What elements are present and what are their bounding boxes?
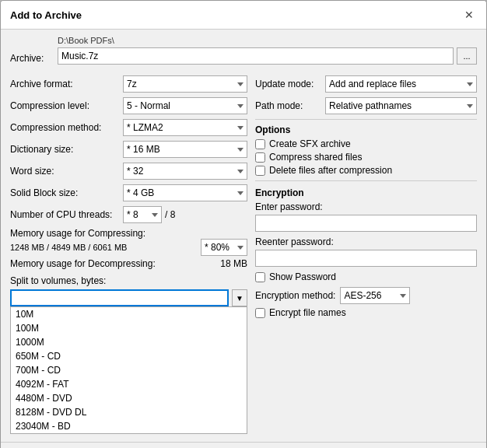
compress-shared-row: Compress shared files [255,152,477,163]
compression-level-row: Compression level: 5 - Normal [10,97,247,114]
memory-compress-values: 1248 MB / 4849 MB / 6061 MB [10,243,127,252]
cpu-threads-select[interactable]: * 8 [123,206,162,223]
memory-compress-label: Memory usage for Compressing: [10,228,247,239]
archive-format-row: Archive format: 7z [10,75,247,93]
dictionary-size-label: Dictionary size: [10,144,123,155]
solid-block-row: Solid Block size: * 4 GB [10,184,247,201]
split-dropdown-button[interactable]: ▼ [232,289,247,306]
split-dropdown-list: 10M 100M 1000M 650M - CD 700M - CD 4092M… [10,306,247,434]
split-label: Split to volumes, bytes: [10,275,247,286]
show-password-row: Show Password [255,271,477,282]
right-panel: Update mode: Add and replace files Path … [255,75,477,434]
memory-compress-section: Memory usage for Compressing: 1248 MB / … [10,228,247,256]
memory-decompress-label: Memory usage for Decompressing: [10,258,156,269]
cpu-threads-suffix: / 8 [165,209,175,220]
update-mode-row: Update mode: Add and replace files [255,75,477,93]
compression-method-select[interactable]: * LZMA2 [123,119,247,136]
encryption-title: Encryption [255,187,477,198]
encryption-method-row: Encryption method: AES-256 [255,287,477,304]
dropdown-item-10m[interactable]: 10M [11,307,247,321]
dropdown-item-23040m-bd[interactable]: 23040M - BD [11,419,247,433]
archive-path: D:\Book PDFs\ [58,36,477,45]
compression-level-select[interactable]: 5 - Normal [123,97,247,114]
path-mode-row: Path mode: Relative pathnames [255,97,477,114]
enter-password-label: Enter password: [255,201,477,212]
dropdown-item-4092m-fat[interactable]: 4092M - FAT [11,377,247,391]
options-title: Options [255,124,477,135]
encryption-section: Encryption Enter password: Reenter passw… [255,187,477,318]
encryption-method-select[interactable]: AES-256 [340,287,410,304]
split-input[interactable] [10,289,229,306]
solid-block-label: Solid Block size: [10,187,123,198]
archive-label: Archive: [10,36,53,64]
title-bar: Add to Archive ✕ [1,1,486,30]
word-size-label: Word size: [10,166,123,177]
delete-after-row: Delete files after compression [255,165,477,176]
dictionary-size-row: Dictionary size: * 16 MB [10,141,247,158]
dropdown-item-700m-cd[interactable]: 700M - CD [11,363,247,377]
reenter-password-input[interactable] [255,250,477,267]
compression-method-label: Compression method: [10,122,123,133]
dropdown-item-100m[interactable]: 100M [11,321,247,335]
archive-format-label: Archive format: [10,79,123,89]
archive-filename-input[interactable] [58,47,454,65]
reenter-password-label: Reenter password: [255,236,477,247]
cpu-threads-row: Number of CPU threads: * 8 / 8 [10,206,247,223]
encrypt-filenames-checkbox[interactable] [255,308,265,318]
update-mode-select[interactable]: Add and replace files [325,75,477,93]
show-password-label: Show Password [269,271,336,282]
create-sfx-label: Create SFX archive [269,138,351,149]
cpu-threads-label: Number of CPU threads: [10,209,123,220]
dropdown-item-4480m-dvd[interactable]: 4480M - DVD [11,391,247,405]
browse-button[interactable]: ... [457,47,477,65]
compress-shared-checkbox[interactable] [255,152,265,163]
show-password-checkbox[interactable] [255,272,265,282]
add-to-archive-dialog: Add to Archive ✕ Archive: D:\Book PDFs\ … [0,0,487,448]
word-size-row: Word size: * 32 [10,163,247,180]
archive-format-select[interactable]: 7z [123,75,247,93]
split-section: Split to volumes, bytes: ▼ 10M 100M 1000… [10,275,247,434]
dropdown-item-1000m[interactable]: 1000M [11,335,247,349]
left-panel: Archive format: 7z Compression level: 5 … [10,75,247,434]
path-mode-select[interactable]: Relative pathnames [325,97,477,114]
split-input-row: ▼ [10,289,247,306]
compression-method-row: Compression method: * LZMA2 [10,119,247,136]
memory-decompress-section: Memory usage for Decompressing: 18 MB [10,258,247,269]
dropdown-item-8128m-dvddl[interactable]: 8128M - DVD DL [11,405,247,419]
compress-shared-label: Compress shared files [269,152,362,163]
main-content: Archive format: 7z Compression level: 5 … [1,68,486,442]
encrypt-filenames-label: Encrypt file names [269,307,346,318]
options-section: Options Create SFX archive Compress shar… [255,124,477,176]
delete-after-checkbox[interactable] [255,166,265,176]
delete-after-label: Delete files after compression [269,165,392,176]
encryption-method-label: Encryption method: [255,290,335,301]
path-mode-label: Path mode: [255,100,325,111]
dictionary-size-select[interactable]: * 16 MB [123,141,247,158]
update-mode-label: Update mode: [255,79,325,89]
memory-compress-pct-select[interactable]: * 80% [201,239,247,256]
dropdown-item-650m-cd[interactable]: 650M - CD [11,349,247,363]
solid-block-select[interactable]: * 4 GB [123,184,247,201]
memory-decompress-value: 18 MB [220,258,247,269]
encrypt-filenames-row: Encrypt file names [255,307,477,318]
word-size-select[interactable]: * 32 [123,163,247,180]
create-sfx-checkbox[interactable] [255,139,265,149]
dialog-title: Add to Archive [10,9,82,21]
create-sfx-row: Create SFX archive [255,138,477,149]
close-button[interactable]: ✕ [461,7,477,23]
enter-password-input[interactable] [255,215,477,232]
footer: OK Cancel Help [1,442,486,448]
compression-level-label: Compression level: [10,100,123,111]
